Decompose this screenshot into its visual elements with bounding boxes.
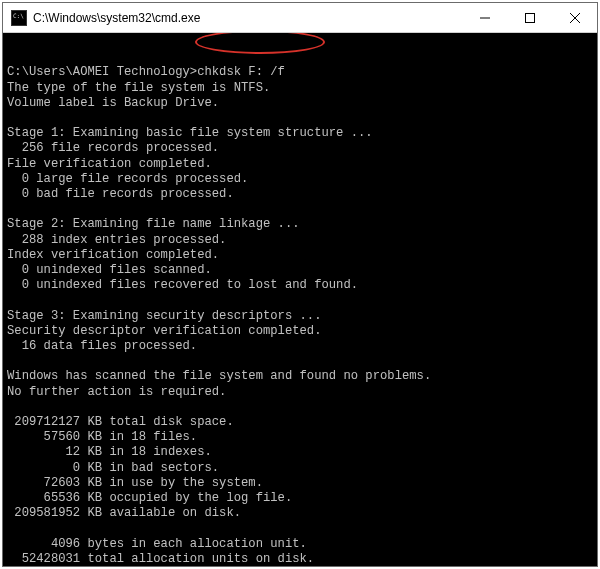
console-output[interactable]: C:\Users\AOMEI Technology>chkdsk F: /fTh… <box>3 33 597 566</box>
svg-rect-1 <box>525 13 534 22</box>
window-title: C:\Windows\system32\cmd.exe <box>33 11 462 25</box>
cmd-icon <box>11 10 27 26</box>
cmd-window: C:\Windows\system32\cmd.exe C:\Users\AOM… <box>2 2 598 567</box>
window-controls <box>462 3 597 32</box>
output-block: The type of the file system is NTFS. Vol… <box>7 81 593 566</box>
minimize-button[interactable] <box>462 3 507 32</box>
maximize-button[interactable] <box>507 3 552 32</box>
prompt-command: chkdsk F: /f <box>197 65 285 79</box>
prompt-line: C:\Users\AOMEI Technology>chkdsk F: /f <box>7 65 593 80</box>
prompt-path: C:\Users\AOMEI Technology> <box>7 65 197 79</box>
titlebar[interactable]: C:\Windows\system32\cmd.exe <box>3 3 597 33</box>
close-button[interactable] <box>552 3 597 32</box>
highlight-ellipse <box>195 33 325 54</box>
